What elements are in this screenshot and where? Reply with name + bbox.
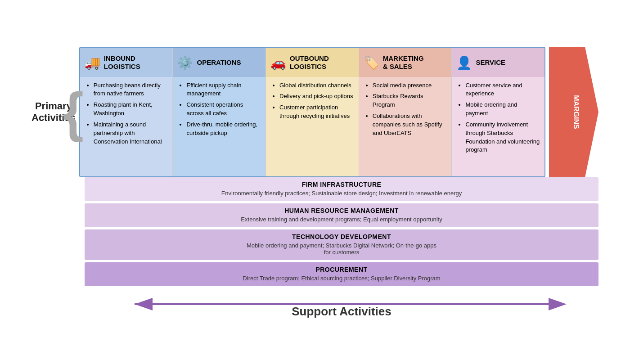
service-icon: 👤 xyxy=(456,55,472,70)
support-block-hr: HUMAN RESOURCE MANAGEMENT Extensive trai… xyxy=(85,203,598,227)
col-header-service: 👤 SERVICE xyxy=(452,48,544,77)
block-title-tech: TECHNOLOGY DEVELOPMENT xyxy=(92,233,591,240)
col-body-outbound: Global distribution channelsDelivery and… xyxy=(266,77,359,176)
block-detail-tech: Mobile ordering and payment; Starbucks D… xyxy=(92,242,591,256)
list-item: Mobile ordering and payment xyxy=(465,101,540,118)
col-body-inbound: Purchasing beans directly from native fa… xyxy=(80,77,173,176)
support-block-infra: FIRM INFRASTRUCTURE Environmentally frie… xyxy=(85,177,598,201)
list-item: Maintaining a sound partnership with Con… xyxy=(94,121,168,146)
col-header-inbound: 🚚 INBOUNDLOGISTICS xyxy=(80,48,173,77)
margins-arrow: MARGINS xyxy=(549,47,598,177)
list-item: Drive-thru, mobile ordering, curbside pi… xyxy=(186,121,261,138)
col-header-outbound: 🚗 OUTBOUNDLOGISTICS xyxy=(266,48,359,77)
col-body-service: Customer service and experienceMobile or… xyxy=(452,77,544,176)
list-item: Collaborations with companies such as Sp… xyxy=(373,112,447,138)
list-item: Roasting plant in Kent, Washington xyxy=(94,101,168,118)
list-item: Global distribution channels xyxy=(279,81,354,90)
primary-activities-text: PrimaryActivities xyxy=(32,100,76,124)
support-area: FIRM INFRASTRUCTURE Environmentally frie… xyxy=(85,177,598,286)
block-title-infra: FIRM INFRASTRUCTURE xyxy=(92,181,591,188)
svg-text:MARGINS: MARGINS xyxy=(572,95,580,129)
support-arrow-svg: Support Activities xyxy=(85,291,598,318)
column-marketing: 🏷️ MARKETING& SALES Social media presenc… xyxy=(359,48,452,176)
column-outbound: 🚗 OUTBOUNDLOGISTICS Global distribution … xyxy=(266,48,359,176)
list-item: Community involvement through Starbucks … xyxy=(465,121,540,154)
support-block-proc: PROCUREMENT Direct Trade program; Ethica… xyxy=(85,262,598,286)
outbound-icon: 🚗 xyxy=(270,55,286,70)
top-section: PrimaryActivities 🚚 INBOUNDLOGISTICS Pur… xyxy=(32,47,598,177)
list-item: Consistent operations across all cafes xyxy=(186,101,261,118)
list-item: Delivery and pick-up options xyxy=(279,92,354,101)
column-service: 👤 SERVICE Customer service and experienc… xyxy=(452,48,544,176)
col-header-operations: ⚙️ OPERATIONS xyxy=(173,48,266,77)
operations-icon: ⚙️ xyxy=(177,55,193,70)
list-item: Social media presence xyxy=(373,81,447,90)
col-body-operations: Efficient supply chain managementConsist… xyxy=(173,77,266,176)
primary-activities-label: PrimaryActivities xyxy=(32,47,79,177)
inbound-icon: 🚚 xyxy=(85,55,100,70)
block-title-proc: PROCUREMENT xyxy=(92,266,591,273)
support-block-tech: TECHNOLOGY DEVELOPMENT Mobile ordering a… xyxy=(85,229,598,260)
block-detail-hr: Extensive training and development progr… xyxy=(92,216,591,223)
col-title-service: SERVICE xyxy=(476,58,505,67)
col-header-marketing: 🏷️ MARKETING& SALES xyxy=(359,48,452,77)
margins-arrow-svg: MARGINS xyxy=(549,47,598,177)
support-activities-label: Support Activities xyxy=(292,305,392,318)
list-item: Customer participation through recycling… xyxy=(279,103,354,121)
list-item: Efficient supply chain management xyxy=(186,81,261,99)
column-inbound: 🚚 INBOUNDLOGISTICS Purchasing beans dire… xyxy=(80,48,173,176)
col-title-marketing: MARKETING& SALES xyxy=(383,54,424,71)
diagram-wrapper: PrimaryActivities 🚚 INBOUNDLOGISTICS Pur… xyxy=(27,38,603,327)
col-body-marketing: Social media presenceStarbucks Rewards P… xyxy=(359,77,452,176)
block-title-hr: HUMAN RESOURCE MANAGEMENT xyxy=(92,207,591,214)
list-item: Customer service and experience xyxy=(465,81,540,99)
col-title-operations: OPERATIONS xyxy=(197,58,241,67)
col-title-outbound: OUTBOUNDLOGISTICS xyxy=(290,54,329,71)
list-item: Purchasing beans directly from native fa… xyxy=(94,81,168,99)
support-arrow-row: Support Activities xyxy=(85,291,598,318)
marketing-icon: 🏷️ xyxy=(364,55,379,70)
col-title-inbound: INBOUNDLOGISTICS xyxy=(104,54,140,71)
column-operations: ⚙️ OPERATIONS Efficient supply chain man… xyxy=(173,48,266,176)
block-detail-proc: Direct Trade program; Ethical sourcing p… xyxy=(92,275,591,282)
list-item: Starbucks Rewards Program xyxy=(373,92,447,109)
block-detail-infra: Environmentally friendly practices; Sust… xyxy=(92,190,591,197)
columns-area: 🚚 INBOUNDLOGISTICS Purchasing beans dire… xyxy=(79,47,545,177)
